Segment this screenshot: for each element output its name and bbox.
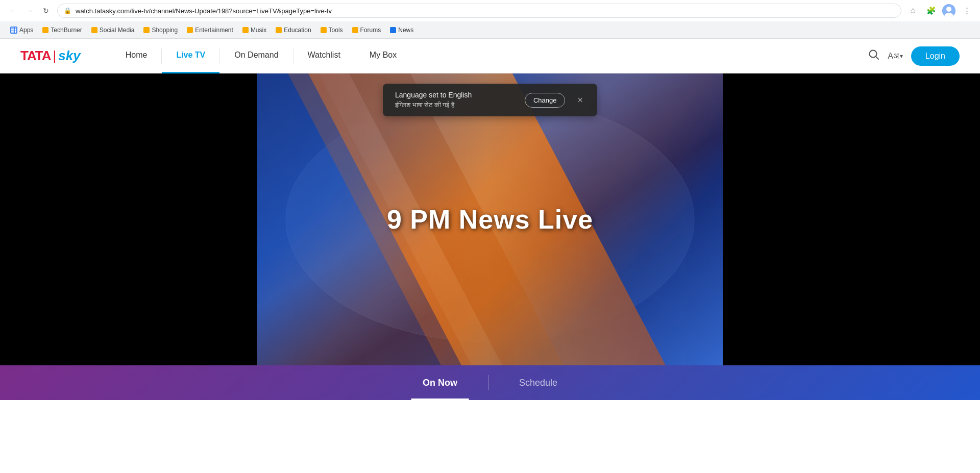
browser-chrome: ← → ↻ 🔒 watch.tatasky.com/live-tv/channe… xyxy=(0,0,980,39)
browser-nav-buttons: ← → ↻ xyxy=(6,4,53,18)
bookmark-shopping[interactable]: Shopping xyxy=(139,24,182,36)
toast-subtitle: इंग्लिश भाषा सेट की गई है xyxy=(395,101,514,109)
toast-change-button[interactable]: Change xyxy=(525,93,566,108)
bookmark-tools[interactable]: Tools xyxy=(316,24,347,36)
search-icon[interactable] xyxy=(868,49,879,63)
toast-close-button[interactable]: × xyxy=(575,95,585,106)
bookmark-musix-label: Musix xyxy=(251,27,266,34)
bottom-tabs: On Now Schedule xyxy=(0,365,980,400)
nav-links: Home Live TV On Demand Watchlist My Box xyxy=(111,39,868,73)
star-button[interactable]: ☆ xyxy=(905,4,920,18)
extension-button[interactable]: 🧩 xyxy=(924,4,938,18)
login-button[interactable]: Login xyxy=(911,46,960,66)
menu-button[interactable]: ⋮ xyxy=(960,4,974,18)
video-player-area: 9 PM News Live xyxy=(0,73,980,365)
nav-bar: TATA | sky Home Live TV On Demand Watchl… xyxy=(0,39,980,73)
toast-title: Language set to English xyxy=(395,91,514,99)
language-selector[interactable]: Aअ ▾ xyxy=(888,52,903,61)
svg-point-1 xyxy=(946,7,951,12)
bookmark-techburner[interactable]: TechBurner xyxy=(38,24,86,36)
content-area: Language set to English इंग्लिश भाषा सेट… xyxy=(0,73,980,400)
bookmark-news[interactable]: News xyxy=(386,24,418,36)
tab-schedule[interactable]: Schedule xyxy=(488,365,588,400)
bookmark-forums[interactable]: Forums xyxy=(348,24,385,36)
logo-pipe: | xyxy=(53,48,57,64)
bookmark-techburner-label: TechBurner xyxy=(51,27,82,34)
tab-on-now[interactable]: On Now xyxy=(392,365,488,400)
bookmark-entertainment[interactable]: Entertainment xyxy=(183,24,237,36)
bookmark-apps[interactable]: Apps xyxy=(6,24,37,36)
svg-line-4 xyxy=(876,57,879,60)
back-button[interactable]: ← xyxy=(6,4,20,18)
left-black-area xyxy=(0,73,257,365)
logo-sky: sky xyxy=(58,48,80,64)
bookmark-tools-label: Tools xyxy=(329,27,343,34)
bookmarks-bar: Apps TechBurner Social Media Shopping En… xyxy=(0,21,980,39)
lock-icon: 🔒 xyxy=(64,7,71,14)
url-text: watch.tatasky.com/live-tv/channel/News-U… xyxy=(76,7,332,15)
website: TATA | sky Home Live TV On Demand Watchl… xyxy=(0,39,980,400)
toast-text: Language set to English इंग्लिश भाषा सेट… xyxy=(395,91,514,109)
bookmark-socialmedia[interactable]: Social Media xyxy=(87,24,139,36)
lang-chevron-icon: ▾ xyxy=(900,53,903,60)
language-toast: Language set to English इंग्लिश भाषा सेट… xyxy=(383,84,597,116)
browser-toolbar: ← → ↻ 🔒 watch.tatasky.com/live-tv/channe… xyxy=(0,0,980,21)
right-black-area xyxy=(723,73,980,365)
nav-watchlist[interactable]: Watchlist xyxy=(293,39,355,73)
video-title: 9 PM News Live xyxy=(387,204,593,235)
bookmark-socialmedia-label: Social Media xyxy=(100,27,135,34)
bookmark-apps-label: Apps xyxy=(19,27,33,34)
nav-livetv[interactable]: Live TV xyxy=(162,39,219,73)
nav-mybox[interactable]: My Box xyxy=(355,39,411,73)
bookmark-education[interactable]: Education xyxy=(272,24,315,36)
nav-home[interactable]: Home xyxy=(111,39,162,73)
profile-button[interactable] xyxy=(942,4,955,17)
forward-button[interactable]: → xyxy=(22,4,37,18)
browser-actions: ☆ 🧩 ⋮ xyxy=(905,4,974,18)
bookmark-entertainment-label: Entertainment xyxy=(195,27,233,34)
bookmark-musix[interactable]: Musix xyxy=(238,24,271,36)
address-bar[interactable]: 🔒 watch.tatasky.com/live-tv/channel/News… xyxy=(57,4,901,18)
bookmark-shopping-label: Shopping xyxy=(152,27,178,34)
reload-button[interactable]: ↻ xyxy=(39,4,53,18)
bookmark-news-label: News xyxy=(398,27,413,34)
nav-right: Aअ ▾ Login xyxy=(868,46,960,66)
logo[interactable]: TATA | sky xyxy=(20,48,81,64)
nav-ondemand[interactable]: On Demand xyxy=(220,39,292,73)
lang-label: Aअ xyxy=(888,52,899,61)
bookmark-education-label: Education xyxy=(284,27,311,34)
logo-tata: TATA xyxy=(20,48,51,64)
bookmark-forums-label: Forums xyxy=(360,27,381,34)
video-frame[interactable]: 9 PM News Live xyxy=(257,73,723,365)
